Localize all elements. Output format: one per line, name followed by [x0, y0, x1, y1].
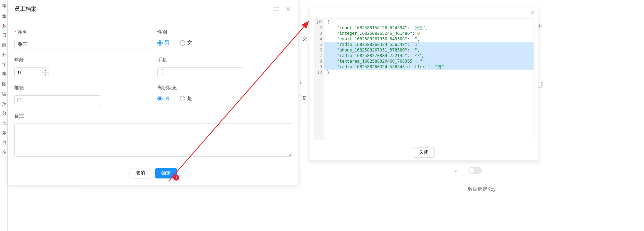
code-gutter: 12345678910 — [314, 19, 324, 140]
left-edge-item[interactable]: 图 — [0, 79, 7, 89]
svg-point-1 — [162, 73, 163, 74]
left-edge-item[interactable]: 字 — [0, 60, 7, 70]
leave-radio-group: 否 是 — [157, 95, 292, 102]
modal-title: 员工档案 — [14, 6, 269, 13]
leave-radio-yes[interactable]: 是 — [180, 95, 192, 102]
gender-radio-male[interactable]: 男 — [157, 40, 170, 46]
left-edge-item[interactable]: 条 — [0, 128, 7, 138]
ok-button-label: 确定 — [161, 170, 171, 176]
name-label: *姓名 — [14, 29, 149, 35]
left-sidebar-fragment: 字金多日颜开字手图编按分地条自夕段 — [0, 0, 8, 231]
code-line[interactable]: "email_1682588267930_643308": "", — [327, 36, 531, 42]
ok-button-badge: 1 — [173, 175, 179, 181]
gender-label: 性别 — [157, 29, 292, 35]
left-edge-item[interactable]: 分 — [0, 109, 7, 118]
bg-dot: 1 — [299, 80, 302, 85]
left-edge-item[interactable]: 手 — [0, 70, 7, 79]
phone-input[interactable] — [157, 67, 244, 77]
left-edge-item[interactable]: 夕段 — [0, 148, 7, 157]
left-edge-item[interactable]: 按 — [0, 99, 7, 109]
cancel-button[interactable]: 取消 — [130, 168, 151, 178]
email-input[interactable] — [14, 95, 101, 105]
age-stepper-down[interactable]: ▼ — [42, 73, 49, 77]
modal-footer: 取消 确定 1 — [8, 164, 298, 185]
close-icon[interactable] — [284, 5, 292, 13]
remark-textarea[interactable] — [14, 123, 292, 157]
code-line[interactable]: "integer_1682588265246_461486": 0, — [327, 31, 531, 36]
age-label: 年龄 — [14, 57, 149, 63]
left-edge-item[interactable]: 地 — [0, 118, 7, 128]
code-line[interactable]: } — [327, 70, 531, 75]
phone-label: 手机 — [157, 57, 292, 63]
gender-radio-group: 男 女 — [157, 40, 292, 47]
leave-label: 离职状态 — [157, 85, 292, 91]
modal-body: *姓名 性别 男 女 年龄 ▲ ▼ — [8, 18, 298, 164]
email-icon — [17, 97, 22, 103]
employee-form-modal: 员工档案 *姓名 性别 男 女 年龄 — [8, 0, 299, 185]
code-line[interactable]: { — [327, 19, 531, 25]
gender-radio-female[interactable]: 女 — [180, 40, 192, 46]
left-edge-item[interactable]: 日 — [0, 31, 7, 40]
json-close-button[interactable]: 关闭 — [413, 147, 435, 158]
age-stepper-up[interactable]: ▲ — [42, 68, 49, 73]
code-line[interactable]: "phone_1682588267031_378580": "", — [324, 47, 534, 53]
left-edge-item[interactable]: 字 — [0, 1, 7, 11]
code-line[interactable]: "input_1682588158128_624394": "张三", — [327, 25, 531, 31]
code-line[interactable]: "radio_1682588270884_732143": "否", — [324, 53, 534, 58]
bg-radio-yes-label: 是 — [302, 95, 307, 101]
ok-button[interactable]: 确定 1 — [155, 168, 177, 178]
remark-label: 备注 — [14, 113, 292, 119]
left-edge-item[interactable]: 多 — [0, 21, 7, 31]
json-code-area[interactable]: 12345678910 { "input_1682588158128_62439… — [314, 18, 534, 140]
json-preview-panel: 12345678910 { "input_1682588158128_62439… — [309, 7, 538, 161]
left-edge-item[interactable]: 开 — [0, 50, 7, 60]
name-input[interactable] — [14, 40, 149, 49]
age-stepper: ▲ ▼ — [42, 68, 49, 77]
left-edge-item[interactable]: 金 — [0, 11, 7, 21]
left-edge-item[interactable]: 编 — [0, 89, 7, 99]
json-panel-close-icon[interactable] — [530, 10, 535, 16]
phone-icon — [160, 69, 165, 75]
modal-header: 员工档案 — [8, 0, 298, 18]
bg-databind-key-label: 数据绑定Key — [468, 186, 496, 192]
bg-toggle[interactable] — [468, 167, 482, 174]
left-edge-item[interactable]: 自 — [0, 138, 7, 148]
bg-dash-divider — [81, 191, 306, 191]
code-line[interactable]: "radio_1682588260324_536348_dictText": "… — [324, 64, 534, 70]
code-line[interactable]: "radio_1682588260324_536348": "1", — [324, 42, 534, 47]
bg-radio-female-label: 女 — [302, 36, 307, 42]
code-lines[interactable]: { "input_1682588158128_624394": "张三", "i… — [324, 19, 534, 140]
leave-radio-no[interactable]: 否 — [157, 95, 170, 102]
email-label: 邮箱 — [14, 85, 149, 91]
left-edge-item[interactable]: 颜 — [0, 40, 7, 50]
fullscreen-icon[interactable] — [273, 5, 280, 13]
code-line[interactable]: "textarea_1682588320460_768355": "", — [324, 58, 534, 64]
bg-label-far: 标 — [538, 23, 543, 29]
